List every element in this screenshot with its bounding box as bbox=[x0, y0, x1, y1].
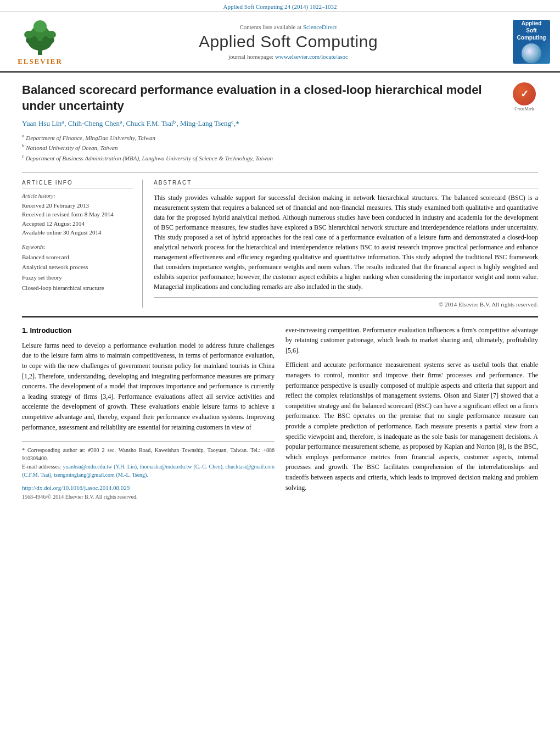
journal-title: Applied Soft Computing bbox=[76, 32, 501, 51]
issn-line: 1568-4946/© 2014 Elsevier B.V. All right… bbox=[22, 493, 275, 501]
crossmark-area: ✓ CrossMark bbox=[511, 82, 538, 111]
section1-heading: 1. Introduction bbox=[22, 325, 275, 336]
doi-line: http://dx.doi.org/10.1016/j.asoc.2014.08… bbox=[22, 483, 275, 493]
homepage-line: journal homepage: www.elsevier.com/locat… bbox=[76, 53, 501, 60]
journal-logo-right: AppliedSoftComputing bbox=[506, 20, 550, 64]
keyword-2: Analytical network process bbox=[22, 262, 133, 272]
asc-logo-box: AppliedSoftComputing bbox=[513, 20, 550, 64]
article-title: Balanced scorecard performance evaluatio… bbox=[22, 82, 504, 114]
journal-ref-text: Applied Soft Computing 24 (2014) 1022–10… bbox=[223, 3, 337, 10]
page: Applied Soft Computing 24 (2014) 1022–10… bbox=[0, 0, 560, 742]
asc-logo-text: AppliedSoftComputing bbox=[517, 20, 546, 41]
journal-reference-bar: Applied Soft Computing 24 (2014) 1022–10… bbox=[0, 0, 560, 12]
article-info-heading: ARTICLE INFO bbox=[22, 180, 133, 188]
accepted-date: Accepted 12 August 2014 bbox=[22, 219, 133, 228]
journal-center: Contents lists available at ScienceDirec… bbox=[70, 24, 506, 60]
doi-link[interactable]: http://dx.doi.org/10.1016/j.asoc.2014.08… bbox=[22, 484, 130, 491]
intro-para-1: Leisure farms need to develop a performa… bbox=[22, 341, 275, 432]
abstract-column: ABSTRACT This study provides valuable su… bbox=[154, 180, 538, 308]
elsevier-label: ELSEVIER bbox=[18, 57, 63, 66]
journal-header: ELSEVIER Contents lists available at Sci… bbox=[0, 12, 560, 72]
svg-point-6 bbox=[24, 31, 34, 38]
emails-label: E-mail addresses: bbox=[22, 464, 61, 470]
homepage-label: journal homepage: bbox=[228, 53, 273, 60]
abstract-heading: ABSTRACT bbox=[154, 180, 538, 188]
elsevier-logo: ELSEVIER bbox=[10, 17, 70, 66]
revised-date: Received in revised form 8 May 2014 bbox=[22, 210, 133, 219]
history-label: Article history: bbox=[22, 193, 133, 199]
copyright-line: © 2014 Elsevier B.V. All rights reserved… bbox=[154, 297, 538, 308]
homepage-url[interactable]: www.elsevier.com/locate/asoc bbox=[275, 53, 348, 60]
article-info-column: ARTICLE INFO Article history: Received 2… bbox=[22, 180, 143, 308]
email-note: E-mail addresses: yuanhsu@mdu.edu.tw (Y.… bbox=[22, 462, 275, 479]
article-body: Balanced scorecard performance evaluatio… bbox=[0, 72, 560, 511]
abstract-text: This study provides valuable support for… bbox=[154, 193, 538, 292]
asc-logo-circle bbox=[522, 43, 541, 63]
intro-para-3: Efficient and accurate performance measu… bbox=[285, 360, 538, 493]
svg-point-3 bbox=[33, 20, 47, 32]
svg-point-7 bbox=[46, 31, 56, 38]
elsevier-tree-icon bbox=[18, 17, 62, 55]
keyword-4: Closed-loop hierarchical structure bbox=[22, 283, 133, 293]
affiliations: a Department of Finance, MingDao Univers… bbox=[22, 132, 504, 162]
affiliation-c: c Department of Business Administration … bbox=[22, 153, 504, 163]
intro-para-2: ever-increasing competition. Performance… bbox=[285, 325, 538, 356]
crossmark-label: CrossMark bbox=[514, 107, 534, 111]
keywords-group: Keywords: Balanced scorecard Analytical … bbox=[22, 244, 133, 293]
main-col-right: ever-increasing competition. Performance… bbox=[285, 325, 538, 501]
info-abstract-section: ARTICLE INFO Article history: Received 2… bbox=[22, 172, 538, 308]
affiliation-a: a Department of Finance, MingDao Univers… bbox=[22, 132, 504, 142]
contents-label: Contents lists available at bbox=[239, 24, 301, 30]
article-title-section: Balanced scorecard performance evaluatio… bbox=[22, 82, 538, 166]
main-col-left: 1. Introduction Leisure farms need to de… bbox=[22, 325, 275, 501]
authors-line: Yuan Hsu Linᵃ, Chih-Cheng Chenᵃ, Chuck F… bbox=[22, 119, 504, 128]
received-date: Received 20 February 2013 bbox=[22, 201, 133, 210]
article-title-area: Balanced scorecard performance evaluatio… bbox=[22, 82, 504, 163]
science-direct-line: Contents lists available at ScienceDirec… bbox=[76, 24, 501, 30]
article-history: Article history: Received 20 February 20… bbox=[22, 193, 133, 237]
keyword-3: Fuzzy set theory bbox=[22, 272, 133, 283]
keywords-label: Keywords: bbox=[22, 244, 133, 250]
footnote-area: * Corresponding author at: #300 2 sec. W… bbox=[22, 441, 275, 501]
sciencedirect-link[interactable]: ScienceDirect bbox=[303, 24, 337, 30]
keyword-1: Balanced scorecard bbox=[22, 252, 133, 263]
affiliation-b: b National University of Ocean, Taiwan bbox=[22, 142, 504, 152]
crossmark-icon: ✓ bbox=[513, 82, 536, 105]
corresponding-note: * Corresponding author at: #300 2 sec. W… bbox=[22, 446, 275, 462]
available-date: Available online 30 August 2014 bbox=[22, 228, 133, 237]
main-body: 1. Introduction Leisure farms need to de… bbox=[22, 316, 538, 501]
